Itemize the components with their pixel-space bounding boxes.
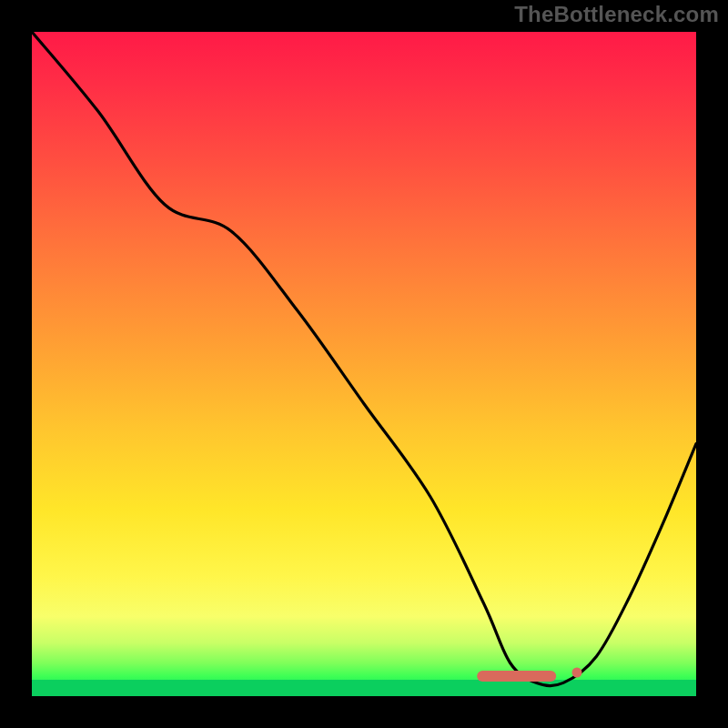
optimal-range-marker: [477, 671, 557, 682]
chart-frame: TheBottleneck.com: [0, 0, 728, 728]
watermark-text: TheBottleneck.com: [514, 2, 719, 27]
optimal-range-dot: [571, 668, 581, 678]
bottleneck-curve: [32, 32, 696, 696]
plot-area: [32, 32, 696, 696]
